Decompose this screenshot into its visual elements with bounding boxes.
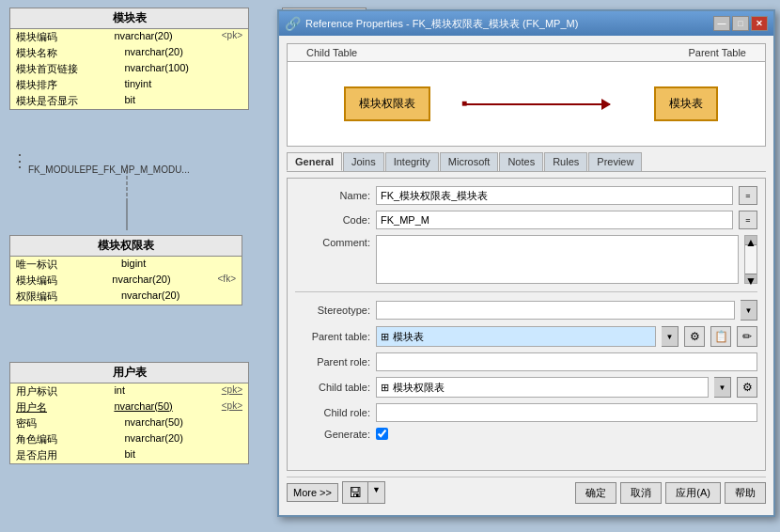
er-table-users: 用户表 用户标识 int <pk> 用户名 nvarchar(50) <pk> … xyxy=(9,362,249,464)
code-expand-button[interactable]: = xyxy=(739,211,757,229)
cancel-button[interactable]: 取消 xyxy=(620,482,662,504)
stereotype-dropdown-arrow[interactable]: ▼ xyxy=(741,300,757,321)
comment-row: Comment: ▲ ▼ xyxy=(295,235,757,284)
more-button[interactable]: More >> xyxy=(287,483,338,502)
er-canvas: 模块表 模块编码 nvarchar(20) <pk> 模块名称 nvarchar… xyxy=(0,0,273,532)
er-table-modules: 模块表 模块编码 nvarchar(20) <pk> 模块名称 nvarchar… xyxy=(9,8,249,110)
child-role-row: Child role: xyxy=(295,403,757,422)
generate-row: Generate: xyxy=(295,428,757,440)
form-area: Name: = Code: = Comment: ▲ ▼ xyxy=(287,178,766,471)
save-button-group: 🖫 ▼ xyxy=(342,481,385,504)
apply-button[interactable]: 应用(A) xyxy=(665,482,721,504)
child-table-label: Child Table xyxy=(306,47,357,58)
child-table-box: 模块权限表 xyxy=(344,86,430,121)
stereotype-label: Stereotype: xyxy=(295,305,370,316)
table-row: 用户名 nvarchar(50) <pk> xyxy=(10,399,248,415)
child-table-dropdown[interactable]: ▼ xyxy=(714,377,731,398)
parent-table-dropdown[interactable]: ▼ xyxy=(662,326,679,347)
generate-label: Generate: xyxy=(295,429,370,440)
name-row: Name: = xyxy=(295,186,757,205)
scrollbar-up[interactable]: ▲ xyxy=(745,236,757,245)
parent-table-browse-btn[interactable]: ⚙ xyxy=(684,326,705,347)
table-row: 模块编码 nvarchar(20) <fk> xyxy=(10,273,242,289)
scrollbar-track xyxy=(745,245,757,274)
table-row: 角色编码 nvarchar(20) xyxy=(10,431,248,447)
dialog-controls: — □ ✕ xyxy=(713,16,768,31)
table-row: 模块是否显示 bit xyxy=(10,93,248,109)
parent-table-new-btn[interactable]: 📋 xyxy=(710,326,731,347)
table-diagram-header: Child Table Parent Table xyxy=(288,44,765,62)
parent-role-label: Parent role: xyxy=(295,356,370,368)
tab-preview[interactable]: Preview xyxy=(588,152,642,171)
child-role-input[interactable] xyxy=(376,403,757,422)
tab-integrity[interactable]: Integrity xyxy=(385,152,439,171)
er-table-users-header: 用户表 xyxy=(10,363,248,383)
save-main-button[interactable]: 🖫 xyxy=(343,482,368,503)
tab-rules[interactable]: Rules xyxy=(544,152,587,171)
er-table-module-permissions: 模块权限表 唯一标识 bigint 模块编码 nvarchar(20) <fk>… xyxy=(9,235,242,305)
parent-table-input[interactable]: ⊞ 模块表 xyxy=(376,326,656,347)
tab-joins[interactable]: Joins xyxy=(343,152,384,171)
scrollbar-down[interactable]: ▼ xyxy=(745,274,757,283)
table-diagram-content: 模块权限表 模块表 xyxy=(288,62,765,146)
parent-table-props-btn[interactable]: ✏ xyxy=(737,326,757,347)
table-row: 密码 nvarchar(50) xyxy=(10,415,248,431)
er-connector xyxy=(0,146,273,240)
table-diagram: Child Table Parent Table 模块权限表 模块表 xyxy=(287,43,766,147)
separator xyxy=(295,291,757,292)
dialog-titlebar[interactable]: 🔗 Reference Properties - FK_模块权限表_模块表 (F… xyxy=(279,11,773,36)
name-expand-button[interactable]: = xyxy=(739,186,757,205)
name-input[interactable] xyxy=(376,186,733,205)
tabs-container: General Joins Integrity Microsoft Notes … xyxy=(287,152,766,172)
dialog-title: Reference Properties - FK_模块权限表_模块表 (FK_… xyxy=(305,17,713,31)
code-input[interactable] xyxy=(376,211,733,229)
parent-table-box: 模块表 xyxy=(654,86,718,121)
confirm-button[interactable]: 确定 xyxy=(575,482,616,504)
comment-label: Comment: xyxy=(295,235,370,248)
table-row: 模块排序 tinyint xyxy=(10,77,248,93)
table-row: 用户标识 int <pk> xyxy=(10,383,248,399)
close-button[interactable]: ✕ xyxy=(751,16,768,31)
dialog-icon: 🔗 xyxy=(285,16,301,31)
minimize-button[interactable]: — xyxy=(713,16,730,31)
parent-table-label: Parent Table xyxy=(688,47,746,58)
stereotype-input[interactable] xyxy=(376,301,735,320)
generate-checkbox[interactable] xyxy=(376,428,388,440)
dialog-footer: More >> 🖫 ▼ 确定 取消 应用(A) 帮助 xyxy=(287,477,766,508)
table-row: 是否启用 bit xyxy=(10,447,248,463)
relation-arrow xyxy=(466,103,610,105)
child-role-label: Child role: xyxy=(295,407,370,418)
child-table-row: Child table: ⊞ 模块权限表 ▼ ⚙ xyxy=(295,377,757,398)
tab-notes[interactable]: Notes xyxy=(499,152,543,171)
name-label: Name: xyxy=(295,190,370,201)
stereotype-row: Stereotype: ▼ xyxy=(295,300,757,321)
parent-role-row: Parent role: xyxy=(295,352,757,371)
tab-microsoft[interactable]: Microsoft xyxy=(440,152,499,171)
parent-table-row: Parent table: ⊞ 模块表 ▼ ⚙ 📋 ✏ xyxy=(295,326,757,347)
table-row: 权限编码 nvarchar(20) xyxy=(10,289,242,305)
tab-general[interactable]: General xyxy=(287,152,342,171)
parent-role-input[interactable] xyxy=(376,352,757,371)
dialog-body: Child Table Parent Table 模块权限表 模块表 Gener… xyxy=(279,36,773,515)
save-dropdown-button[interactable]: ▼ xyxy=(368,482,384,503)
comment-scrollbar: ▲ ▼ xyxy=(744,235,757,284)
help-button[interactable]: 帮助 xyxy=(725,482,766,504)
code-row: Code: = xyxy=(295,211,757,229)
table-row: 模块编码 nvarchar(20) <pk> xyxy=(10,29,248,45)
er-table-modules-header: 模块表 xyxy=(10,8,248,29)
reference-properties-dialog: 🔗 Reference Properties - FK_模块权限表_模块表 (F… xyxy=(277,9,775,517)
table-row: 模块名称 nvarchar(20) xyxy=(10,45,248,61)
code-label: Code: xyxy=(295,214,370,226)
parent-table-label: Parent table: xyxy=(295,331,370,342)
table-row: 模块首页链接 nvarchar(100) xyxy=(10,61,248,77)
child-table-label-form: Child table: xyxy=(295,382,370,393)
child-table-browse-btn[interactable]: ⚙ xyxy=(737,377,757,398)
restore-button[interactable]: □ xyxy=(732,16,749,31)
table-row: 唯一标识 bigint xyxy=(10,257,242,273)
er-table-module-permissions-header: 模块权限表 xyxy=(10,236,242,257)
comment-textarea[interactable] xyxy=(376,235,739,284)
child-table-input[interactable]: ⊞ 模块权限表 xyxy=(376,377,709,398)
